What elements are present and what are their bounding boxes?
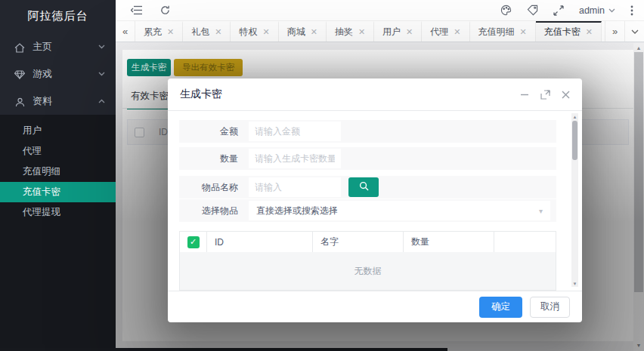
item-column-empty	[494, 232, 556, 252]
tab-close-icon[interactable]: ✕	[454, 28, 460, 36]
tab-礼包[interactable]: 礼包 ✕	[183, 21, 231, 42]
tab-label: 商城	[287, 26, 305, 38]
form-row-物品名称: 物品名称	[179, 176, 556, 199]
page-scrollbar[interactable]: ▲ ▼	[633, 43, 644, 351]
modal-header[interactable]: 生成卡密	[168, 79, 582, 111]
chevron-up-icon	[98, 99, 105, 103]
refresh-icon[interactable]	[160, 5, 170, 15]
form-row-选择物品: 选择物品 直接选择或搜索选择▾	[179, 199, 556, 222]
tab-充值明细[interactable]: 充值明细 ✕	[470, 21, 536, 42]
username: admin	[579, 5, 605, 16]
sidebar-subitem-代理[interactable]: 代理	[0, 141, 116, 162]
tabs-dropdown-icon[interactable]	[624, 21, 644, 42]
tab-特权[interactable]: 特权 ✕	[231, 21, 278, 42]
tab-close-icon[interactable]: ✕	[358, 28, 365, 36]
home-icon	[14, 41, 26, 52]
tabs-scroll-right-icon[interactable]: »	[605, 21, 624, 42]
tab-close-icon[interactable]: ✕	[262, 28, 269, 36]
gem-icon	[14, 69, 26, 80]
topbar: admin	[116, 0, 644, 21]
tab-close-icon[interactable]: ✕	[520, 28, 527, 36]
sidebar-subitem-充值明细[interactable]: 充值明细	[0, 162, 116, 182]
tab-label: 累充	[144, 26, 162, 38]
open-tabs: 累充 ✕ 礼包 ✕ 特权 ✕ 商城 ✕ 抽奖 ✕ 用户 ✕ 代理 ✕ 充值明细 …	[135, 21, 605, 42]
form-row-数量: 数量	[179, 147, 556, 170]
minimize-icon[interactable]	[520, 90, 529, 99]
tab-累充[interactable]: 累充 ✕	[135, 21, 183, 42]
modal-scroll-down-icon[interactable]: ▼	[571, 280, 578, 287]
modal-scrollbar[interactable]: ▲ ▼	[571, 113, 578, 287]
field-label: 物品名称	[179, 181, 238, 194]
select-all-checkbox[interactable]	[135, 128, 144, 137]
tab-close-icon[interactable]: ✕	[406, 28, 413, 36]
tab-抽奖[interactable]: 抽奖 ✕	[327, 21, 374, 42]
profile-icon	[14, 95, 26, 106]
chevron-down-icon	[98, 45, 105, 49]
item-column-数量: 数量	[404, 232, 494, 252]
tab-close-icon[interactable]: ✕	[215, 28, 221, 36]
tab-close-icon[interactable]: ✕	[586, 28, 593, 36]
tabs-scroll-left-icon[interactable]: «	[116, 21, 135, 42]
tab-close-icon[interactable]: ✕	[167, 28, 174, 36]
app-title: 阿拉德后台	[0, 0, 116, 32]
tag-icon[interactable]	[527, 5, 538, 16]
close-icon[interactable]	[562, 91, 570, 99]
input-物品名称[interactable]	[249, 177, 341, 197]
tab-label: 充值明细	[478, 26, 515, 38]
item-column-名字: 名字	[313, 232, 404, 252]
input-数量[interactable]	[249, 149, 341, 168]
scroll-up-icon[interactable]: ▲	[633, 43, 644, 52]
sidebar-subitem-代理提现[interactable]: 代理提现	[0, 202, 116, 223]
fullscreen-icon[interactable]	[553, 5, 564, 16]
cancel-button[interactable]: 取消	[530, 297, 570, 318]
item-column-ID: ID	[207, 232, 313, 252]
modal-form: 金额 数量 物品名称 选择物品 直接选择或搜索选择▾	[179, 120, 556, 222]
modal-scroll-up-icon[interactable]: ▲	[571, 113, 578, 120]
user-menu[interactable]: admin	[579, 5, 615, 16]
scrollbar-thumb[interactable]	[634, 52, 643, 292]
theme-palette-icon[interactable]	[500, 5, 512, 16]
tab-label: 代理	[430, 26, 448, 38]
item-table-header: ✓ ID名字数量	[180, 232, 556, 252]
sidebar-item-游戏[interactable]: 游戏	[0, 60, 116, 88]
kebab-menu-icon[interactable]	[630, 5, 633, 16]
scroll-down-icon[interactable]: ▼	[633, 340, 644, 349]
empty-table-message: 无数据	[180, 252, 556, 290]
maximize-icon[interactable]	[540, 90, 550, 100]
modal-scrollbar-thumb[interactable]	[572, 121, 577, 160]
field-label: 数量	[179, 152, 238, 165]
generate-card-key-button[interactable]: 生成卡密	[127, 59, 171, 76]
tab-bar: « 累充 ✕ 礼包 ✕ 特权 ✕ 商城 ✕ 抽奖 ✕ 用户 ✕ 代理 ✕ 充值明…	[116, 21, 644, 42]
tab-充值卡密[interactable]: 充值卡密 ✕	[536, 21, 602, 42]
tab-label: 抽奖	[335, 26, 353, 38]
tab-close-icon[interactable]: ✕	[311, 28, 317, 36]
collapse-sidebar-icon[interactable]	[131, 5, 142, 15]
select-caret-icon: ▾	[539, 207, 543, 215]
input-金额[interactable]	[249, 122, 341, 141]
tab-代理[interactable]: 代理 ✕	[422, 21, 469, 42]
item-table: ✓ ID名字数量 无数据	[179, 231, 556, 291]
sidebar-subitem-用户[interactable]: 用户	[0, 121, 116, 141]
search-item-button[interactable]	[348, 177, 379, 197]
export-valid-card-keys-button[interactable]: 导出有效卡密	[174, 59, 243, 76]
modal-title: 生成卡密	[180, 88, 222, 101]
form-row-金额: 金额	[179, 120, 556, 143]
menu-item-label: 主页	[33, 40, 98, 54]
select-all-items-checkbox[interactable]: ✓	[187, 236, 200, 248]
app-window: 阿拉德后台 主页 游戏 资料 用户 代理 充值明细 充值卡密 代理提现	[0, 0, 644, 351]
select-value: 直接选择或搜索选择	[256, 205, 338, 217]
field-label: 金额	[179, 125, 238, 138]
search-icon	[359, 181, 369, 193]
tab-label: 礼包	[191, 26, 209, 38]
column-header-id: ID	[159, 127, 168, 137]
chevron-down-icon	[608, 8, 615, 13]
tab-商城[interactable]: 商城 ✕	[279, 21, 327, 42]
sidebar-item-资料[interactable]: 资料	[0, 88, 116, 115]
item-select-dropdown[interactable]: 直接选择或搜索选择▾	[249, 201, 550, 220]
window-bottom-edge	[0, 348, 447, 351]
confirm-button[interactable]: 确定	[479, 297, 522, 318]
tab-用户[interactable]: 用户 ✕	[374, 21, 422, 42]
sidebar-subitem-充值卡密[interactable]: 充值卡密	[0, 182, 116, 202]
tab-label: 用户	[382, 26, 401, 38]
sidebar-item-主页[interactable]: 主页	[0, 33, 116, 60]
